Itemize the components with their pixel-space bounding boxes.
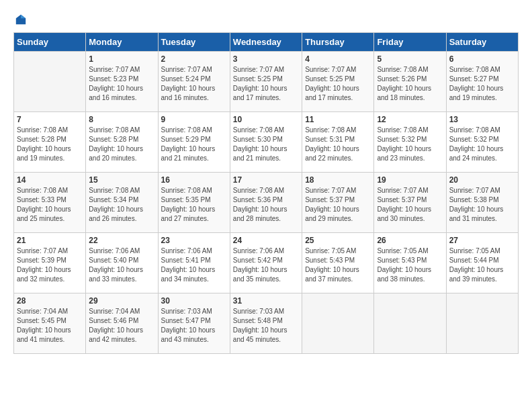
header-wednesday: Wednesday (230, 33, 302, 52)
week-row-5: 28Sunrise: 7:04 AM Sunset: 5:45 PM Dayli… (14, 293, 519, 354)
calendar-cell: 11Sunrise: 7:08 AM Sunset: 5:31 PM Dayli… (302, 112, 374, 173)
header-friday: Friday (374, 33, 446, 52)
calendar-cell (374, 293, 446, 354)
day-info: Sunrise: 7:05 AM Sunset: 5:43 PM Dayligh… (305, 246, 371, 284)
day-number: 5 (377, 54, 443, 64)
calendar-cell (14, 52, 86, 112)
calendar-cell: 16Sunrise: 7:08 AM Sunset: 5:35 PM Dayli… (158, 173, 230, 233)
calendar-cell: 23Sunrise: 7:06 AM Sunset: 5:41 PM Dayli… (158, 233, 230, 293)
day-info: Sunrise: 7:05 AM Sunset: 5:43 PM Dayligh… (377, 246, 443, 284)
calendar-table: SundayMondayTuesdayWednesdayThursdayFrid… (13, 32, 519, 354)
day-number: 3 (233, 54, 299, 64)
calendar-cell: 9Sunrise: 7:08 AM Sunset: 5:29 PM Daylig… (158, 112, 230, 173)
calendar-cell: 5Sunrise: 7:08 AM Sunset: 5:26 PM Daylig… (374, 52, 446, 112)
day-info: Sunrise: 7:08 AM Sunset: 5:28 PM Dayligh… (17, 126, 83, 163)
day-number: 25 (305, 236, 371, 245)
day-info: Sunrise: 7:07 AM Sunset: 5:25 PM Dayligh… (233, 65, 299, 103)
week-row-2: 7Sunrise: 7:08 AM Sunset: 5:28 PM Daylig… (14, 112, 519, 173)
day-info: Sunrise: 7:07 AM Sunset: 5:39 PM Dayligh… (17, 246, 83, 284)
day-info: Sunrise: 7:04 AM Sunset: 5:45 PM Dayligh… (17, 307, 83, 345)
calendar-header-row: SundayMondayTuesdayWednesdayThursdayFrid… (14, 33, 519, 52)
day-number: 27 (449, 236, 515, 245)
calendar-cell: 4Sunrise: 7:07 AM Sunset: 5:25 PM Daylig… (302, 52, 374, 112)
header-monday: Monday (86, 33, 158, 52)
day-number: 30 (161, 296, 227, 306)
day-info: Sunrise: 7:08 AM Sunset: 5:35 PM Dayligh… (161, 186, 227, 224)
day-number: 4 (305, 54, 371, 64)
calendar-cell: 3Sunrise: 7:07 AM Sunset: 5:25 PM Daylig… (230, 52, 302, 112)
day-number: 20 (449, 175, 515, 185)
day-info: Sunrise: 7:08 AM Sunset: 5:31 PM Dayligh… (305, 126, 371, 163)
day-number: 2 (161, 54, 227, 64)
logo-icon (15, 13, 27, 26)
svg-marker-1 (21, 15, 26, 18)
calendar-cell: 19Sunrise: 7:07 AM Sunset: 5:37 PM Dayli… (374, 173, 446, 233)
day-number: 14 (17, 175, 83, 185)
day-info: Sunrise: 7:07 AM Sunset: 5:38 PM Dayligh… (449, 186, 515, 224)
day-info: Sunrise: 7:07 AM Sunset: 5:37 PM Dayligh… (305, 186, 371, 224)
calendar-cell: 20Sunrise: 7:07 AM Sunset: 5:38 PM Dayli… (446, 173, 518, 233)
day-info: Sunrise: 7:06 AM Sunset: 5:41 PM Dayligh… (161, 246, 227, 284)
day-info: Sunrise: 7:08 AM Sunset: 5:29 PM Dayligh… (161, 126, 227, 163)
calendar-cell: 14Sunrise: 7:08 AM Sunset: 5:33 PM Dayli… (14, 173, 86, 233)
calendar-cell: 22Sunrise: 7:06 AM Sunset: 5:40 PM Dayli… (86, 233, 158, 293)
calendar-cell: 15Sunrise: 7:08 AM Sunset: 5:34 PM Dayli… (86, 173, 158, 233)
day-number: 24 (233, 236, 299, 245)
day-number: 9 (161, 115, 227, 124)
day-number: 18 (305, 175, 371, 185)
day-info: Sunrise: 7:07 AM Sunset: 5:37 PM Dayligh… (377, 186, 443, 224)
day-number: 28 (17, 296, 83, 306)
day-info: Sunrise: 7:07 AM Sunset: 5:25 PM Dayligh… (305, 65, 371, 103)
day-number: 1 (89, 54, 154, 64)
day-info: Sunrise: 7:08 AM Sunset: 5:34 PM Dayligh… (89, 186, 154, 224)
calendar-cell: 7Sunrise: 7:08 AM Sunset: 5:28 PM Daylig… (14, 112, 86, 173)
calendar-cell: 18Sunrise: 7:07 AM Sunset: 5:37 PM Dayli… (302, 173, 374, 233)
day-number: 31 (233, 296, 299, 306)
calendar-cell: 25Sunrise: 7:05 AM Sunset: 5:43 PM Dayli… (302, 233, 374, 293)
day-number: 7 (17, 115, 83, 124)
week-row-3: 14Sunrise: 7:08 AM Sunset: 5:33 PM Dayli… (14, 173, 519, 233)
day-number: 17 (233, 175, 299, 185)
day-info: Sunrise: 7:08 AM Sunset: 5:28 PM Dayligh… (89, 126, 154, 163)
header-thursday: Thursday (302, 33, 374, 52)
day-number: 29 (89, 296, 154, 306)
day-number: 19 (377, 175, 443, 185)
day-info: Sunrise: 7:03 AM Sunset: 5:47 PM Dayligh… (161, 307, 227, 345)
calendar-cell: 21Sunrise: 7:07 AM Sunset: 5:39 PM Dayli… (14, 233, 86, 293)
day-number: 23 (161, 236, 227, 245)
day-info: Sunrise: 7:04 AM Sunset: 5:46 PM Dayligh… (89, 307, 154, 345)
day-info: Sunrise: 7:08 AM Sunset: 5:32 PM Dayligh… (377, 126, 443, 163)
day-number: 6 (449, 54, 515, 64)
header-sunday: Sunday (14, 33, 86, 52)
calendar-cell: 1Sunrise: 7:07 AM Sunset: 5:23 PM Daylig… (86, 52, 158, 112)
day-number: 15 (89, 175, 154, 185)
calendar-cell: 8Sunrise: 7:08 AM Sunset: 5:28 PM Daylig… (86, 112, 158, 173)
calendar-cell: 2Sunrise: 7:07 AM Sunset: 5:24 PM Daylig… (158, 52, 230, 112)
day-number: 12 (377, 115, 443, 124)
week-row-1: 1Sunrise: 7:07 AM Sunset: 5:23 PM Daylig… (14, 52, 519, 112)
calendar-cell: 12Sunrise: 7:08 AM Sunset: 5:32 PM Dayli… (374, 112, 446, 173)
day-info: Sunrise: 7:03 AM Sunset: 5:48 PM Dayligh… (233, 307, 299, 345)
day-info: Sunrise: 7:08 AM Sunset: 5:30 PM Dayligh… (233, 126, 299, 163)
day-info: Sunrise: 7:08 AM Sunset: 5:33 PM Dayligh… (17, 186, 83, 224)
calendar-cell: 30Sunrise: 7:03 AM Sunset: 5:47 PM Dayli… (158, 293, 230, 354)
day-number: 10 (233, 115, 299, 124)
day-info: Sunrise: 7:08 AM Sunset: 5:26 PM Dayligh… (377, 65, 443, 103)
day-info: Sunrise: 7:07 AM Sunset: 5:24 PM Dayligh… (161, 65, 227, 103)
calendar-cell: 13Sunrise: 7:08 AM Sunset: 5:32 PM Dayli… (446, 112, 518, 173)
calendar-cell (446, 293, 518, 354)
page-header (13, 13, 519, 26)
day-number: 16 (161, 175, 227, 185)
day-info: Sunrise: 7:08 AM Sunset: 5:27 PM Dayligh… (449, 65, 515, 103)
day-info: Sunrise: 7:08 AM Sunset: 5:36 PM Dayligh… (233, 186, 299, 224)
day-info: Sunrise: 7:08 AM Sunset: 5:32 PM Dayligh… (449, 126, 515, 163)
day-info: Sunrise: 7:07 AM Sunset: 5:23 PM Dayligh… (89, 65, 154, 103)
logo (13, 13, 28, 26)
day-info: Sunrise: 7:06 AM Sunset: 5:40 PM Dayligh… (89, 246, 154, 284)
header-tuesday: Tuesday (158, 33, 230, 52)
day-info: Sunrise: 7:05 AM Sunset: 5:44 PM Dayligh… (449, 246, 515, 284)
calendar-cell: 29Sunrise: 7:04 AM Sunset: 5:46 PM Dayli… (86, 293, 158, 354)
day-number: 21 (17, 236, 83, 245)
calendar-cell: 31Sunrise: 7:03 AM Sunset: 5:48 PM Dayli… (230, 293, 302, 354)
day-number: 8 (89, 115, 154, 124)
